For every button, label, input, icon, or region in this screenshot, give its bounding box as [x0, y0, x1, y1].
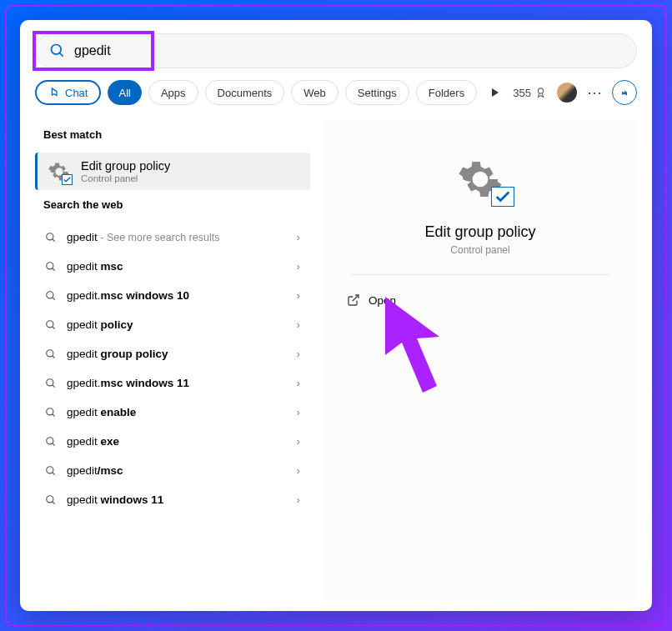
web-result-text: gpedit.msc windows 10 — [67, 289, 189, 302]
web-result-item[interactable]: gpedit windows 11› — [35, 485, 310, 514]
search-icon — [45, 348, 57, 360]
search-icon — [45, 378, 57, 389]
svg-point-15 — [47, 408, 53, 414]
web-result-item[interactable]: gpedit exe› — [35, 427, 310, 456]
web-result-text: gpedit group policy — [67, 348, 168, 360]
svg-point-9 — [47, 320, 53, 327]
search-icon — [45, 436, 57, 448]
filter-label: Apps — [161, 87, 186, 99]
svg-point-3 — [47, 233, 53, 239]
svg-point-21 — [47, 495, 53, 502]
chevron-right-icon: › — [297, 260, 301, 273]
rewards-points[interactable]: 355 — [513, 87, 547, 99]
bing-chat-icon — [48, 87, 61, 99]
search-icon — [45, 407, 57, 418]
filter-apps[interactable]: Apps — [148, 80, 198, 105]
svg-line-14 — [53, 384, 55, 387]
svg-line-6 — [53, 268, 55, 270]
open-label: Open — [369, 294, 396, 307]
annotation-cursor-arrow — [377, 297, 469, 405]
web-result-item[interactable]: gpedit - See more search results› — [35, 223, 310, 252]
search-icon — [45, 319, 57, 331]
best-match-title: Edit group policy — [81, 159, 170, 173]
gear-check-icon — [48, 160, 71, 183]
search-icon — [45, 465, 57, 477]
web-result-item[interactable]: gpedit.msc windows 10› — [35, 281, 310, 310]
preview-panel: Edit group policy Control panel Open — [323, 120, 637, 601]
svg-line-20 — [53, 472, 55, 474]
svg-line-8 — [53, 297, 55, 299]
svg-line-1 — [60, 53, 63, 57]
more-icon[interactable]: ⋯ — [587, 83, 602, 102]
svg-line-4 — [53, 238, 55, 241]
best-match-label: Best match — [35, 120, 310, 153]
filter-documents[interactable]: Documents — [205, 80, 285, 105]
web-result-text: gpedit windows 11 — [67, 493, 163, 506]
filter-label: Settings — [358, 87, 397, 99]
search-bar[interactable] — [35, 33, 637, 68]
svg-line-12 — [53, 355, 55, 358]
web-result-text: gpedit/msc — [67, 464, 123, 477]
search-input[interactable] — [74, 43, 623, 58]
svg-point-11 — [47, 349, 53, 356]
chevron-right-icon: › — [297, 348, 301, 360]
web-result-text: gpedit msc — [67, 260, 123, 273]
web-result-item[interactable]: gpedit msc› — [35, 252, 310, 281]
search-icon — [45, 494, 57, 506]
search-icon — [45, 261, 57, 273]
web-result-item[interactable]: gpedit policy› — [35, 310, 310, 339]
svg-line-10 — [53, 326, 55, 328]
preview-subtitle: Control panel — [450, 244, 509, 256]
preview-title: Edit group policy — [424, 223, 535, 241]
check-icon — [491, 187, 514, 207]
filter-label: Folders — [429, 87, 464, 99]
chat-pill[interactable]: Chat — [35, 80, 101, 105]
chevron-right-icon: › — [297, 464, 301, 477]
filter-label: Web — [303, 87, 326, 99]
main-content: Best match Edit group policy Control pan… — [35, 120, 637, 601]
filter-all[interactable]: All — [108, 80, 141, 105]
web-result-item[interactable]: gpedit/msc› — [35, 456, 310, 485]
svg-point-5 — [47, 262, 53, 268]
web-result-item[interactable]: gpedit group policy› — [35, 339, 310, 368]
svg-point-19 — [47, 466, 53, 473]
filter-all-label: All — [118, 87, 130, 99]
medal-icon — [534, 87, 547, 99]
best-match-item[interactable]: Edit group policy Control panel — [35, 153, 310, 190]
next-filters-button[interactable] — [484, 80, 506, 105]
chevron-right-icon: › — [297, 435, 301, 448]
filter-folders[interactable]: Folders — [416, 80, 477, 105]
play-icon — [491, 88, 499, 97]
chevron-right-icon: › — [297, 493, 301, 506]
filter-web[interactable]: Web — [291, 80, 339, 105]
best-match-subtitle: Control panel — [81, 173, 170, 183]
open-button[interactable]: Open — [340, 275, 620, 307]
web-result-item[interactable]: gpedit.msc windows 11› — [35, 368, 310, 398]
web-result-text: gpedit exe — [67, 435, 119, 448]
web-result-item[interactable]: gpedit enable› — [35, 398, 310, 427]
bing-button[interactable] — [612, 80, 637, 105]
svg-point-13 — [47, 378, 53, 385]
results-list: Best match Edit group policy Control pan… — [35, 120, 310, 601]
search-icon — [45, 290, 57, 302]
filter-row: Chat All Apps Documents Web Settings Fol… — [35, 80, 637, 105]
preview-gear-icon — [451, 150, 509, 208]
search-web-label: Search the web — [35, 190, 310, 223]
svg-line-18 — [53, 443, 55, 445]
open-external-icon — [347, 293, 360, 307]
web-result-text: gpedit.msc windows 11 — [67, 377, 189, 389]
svg-point-17 — [47, 437, 53, 443]
bing-icon — [619, 87, 630, 98]
chevron-right-icon: › — [297, 377, 301, 389]
chevron-right-icon: › — [297, 289, 301, 302]
filter-settings[interactable]: Settings — [345, 80, 409, 105]
svg-line-16 — [53, 413, 55, 416]
avatar[interactable] — [557, 83, 577, 103]
chevron-right-icon: › — [297, 406, 301, 418]
search-icon — [45, 232, 57, 243]
web-result-text: gpedit enable — [67, 406, 136, 418]
svg-point-2 — [538, 88, 543, 93]
svg-point-7 — [47, 291, 53, 298]
svg-point-0 — [52, 45, 62, 55]
chat-label: Chat — [65, 87, 88, 99]
